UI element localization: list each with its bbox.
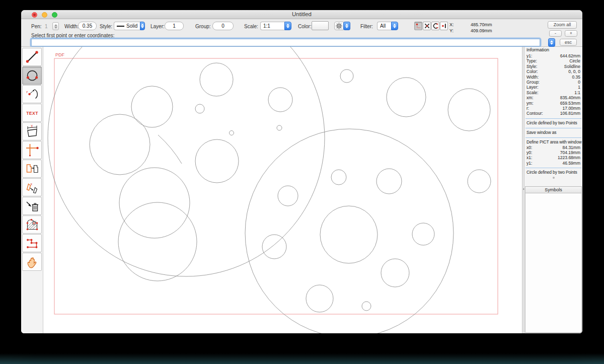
circle-entity[interactable] [195,104,204,113]
drawing-canvas[interactable]: PDF [43,47,522,333]
hatch-icon [25,217,40,232]
circle-entity[interactable] [119,168,190,238]
circle-entity[interactable] [245,129,454,333]
solid-line-icon [117,26,124,27]
circle-entity[interactable] [381,259,409,287]
circle-entity[interactable] [320,206,378,263]
tool-axes[interactable] [22,141,42,159]
tool-palette: r TEXT X [21,47,43,333]
pdf-label: PDF [55,52,65,57]
circle-entity[interactable] [90,114,150,175]
divider [525,168,581,168]
circle-entity[interactable] [448,89,490,131]
settings-stepper[interactable] [343,22,350,30]
y-readout-value: 409.09mm [471,28,492,33]
circle-entity[interactable] [387,78,426,117]
snap-endpoint-button[interactable] [440,22,448,30]
color-well[interactable] [312,21,329,30]
esc-button[interactable]: esc [560,39,577,46]
circle-entity[interactable] [277,125,282,130]
scale-select[interactable]: 1:1 [260,22,291,30]
tool-pan[interactable] [22,253,42,271]
circle-entity[interactable] [230,131,234,135]
section-splitter-knob-icon[interactable] [553,177,555,179]
replace-icon: x [25,180,40,195]
circle-entity[interactable] [118,202,197,281]
tool-delete[interactable] [22,197,42,215]
divider [525,137,581,138]
info-row: Width:0.35 [524,75,582,80]
scale-label: Scale: [244,24,258,29]
tool-text[interactable]: TEXT [22,104,42,122]
zoom-out-button[interactable]: - [549,30,562,37]
arc-entity[interactable] [158,135,182,164]
main-area: r TEXT X [21,47,582,333]
tool-copy[interactable] [22,160,42,178]
snap-intersection-button[interactable] [423,22,431,30]
width-field[interactable]: 0.35 [78,22,97,30]
circle-entity[interactable] [468,170,491,193]
text-icon: TEXT [24,105,41,120]
style-stepper-icon [140,22,145,30]
style-select[interactable]: Solid [114,22,145,30]
tool-circle[interactable] [22,66,42,85]
snap-point-button[interactable] [414,22,422,30]
x-readout-value: 485.70mm [471,22,492,27]
zoom-in-button[interactable]: + [565,30,577,37]
symbols-header[interactable]: Symbols [525,187,581,193]
circle-entity[interactable] [48,47,325,276]
snap-center-button[interactable] [431,22,439,30]
tool-replace[interactable]: x [22,178,42,196]
symbols-panel: Symbols [525,186,582,333]
line-icon [25,49,40,64]
tool-polyline[interactable] [22,234,42,252]
svg-text:TEXT: TEXT [26,111,38,116]
titlebar[interactable]: Untitled [21,10,582,19]
pict-area-header[interactable]: Define PICT area with window [524,139,582,145]
zoom-all-button[interactable]: Zoom all [548,21,577,29]
tool-arc[interactable]: r [22,85,42,103]
info-row: r:17.00mm [524,106,582,111]
window-title: Untitled [21,11,582,17]
circle-entity[interactable] [262,235,286,259]
circle-entity[interactable] [278,186,298,206]
info-row: Group:0 [524,80,582,85]
settings-button[interactable] [334,22,344,30]
tool-line[interactable] [22,48,42,66]
circle-entity[interactable] [362,302,371,311]
copy-icon [25,161,40,176]
layer-field[interactable]: 1 [165,22,184,30]
history-stepper[interactable] [548,38,555,47]
circle-entity[interactable] [195,139,239,183]
dimension-icon: X [25,124,40,139]
action-circle-two-points-2[interactable]: Circle defined by two Points [524,170,582,175]
circle-entity[interactable] [376,169,402,194]
filter-label: Filter: [360,24,373,29]
circle-entity[interactable] [306,285,333,312]
action-circle-two-points-1[interactable]: Circle defined by two Points [524,120,582,126]
action-save-window-as[interactable]: Save window as [524,130,582,135]
y-readout-label: Y: [449,28,454,33]
intersection-x-icon [424,23,430,29]
coordinate-input[interactable] [31,39,540,46]
axes-cross-icon [25,142,40,158]
info-header: Information [524,47,582,53]
info-row: Scale:1:1 [524,90,582,95]
circle-entity[interactable] [412,223,434,245]
circle-entity[interactable] [340,69,353,83]
tool-dimension[interactable]: X [22,122,42,140]
circle-entity[interactable] [131,86,173,127]
info-row: Layer:1 [524,85,582,90]
circle-entity[interactable] [268,88,292,112]
circle-entity[interactable] [200,63,233,96]
group-field[interactable]: 0 [212,22,234,30]
tool-hatch[interactable] [22,215,42,234]
drawing-svg[interactable]: PDF [43,47,522,333]
scale-stepper-icon [284,22,291,30]
app-window: Untitled Pen: 1 Width: 0.35 Style: Solid… [21,10,582,333]
pen-stepper[interactable] [52,22,59,30]
filter-select[interactable]: All [377,22,398,30]
circle-entity[interactable] [331,170,346,185]
prompt-label: Select first point or enter coordinates: [31,33,115,38]
color-label: Color: [298,24,312,29]
